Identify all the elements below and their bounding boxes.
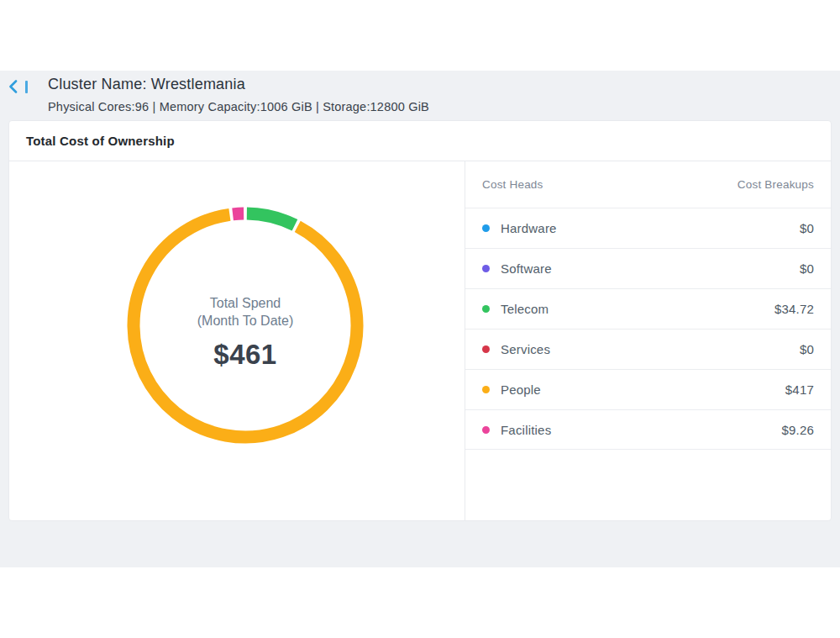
row-value: $417: [785, 382, 814, 397]
tco-card: Total Cost of Ownership Total Spend (Mon…: [8, 120, 832, 521]
total-spend-value: $461: [119, 339, 371, 371]
telecom-legend-dot: [482, 305, 490, 313]
row-value: $0: [800, 261, 814, 276]
table-row-telecom: Telecom $34.72: [465, 288, 831, 329]
row-label: Services: [501, 342, 550, 356]
donut-segment-telecom: [247, 214, 295, 225]
donut-center-label-2: (Month To Date): [119, 312, 371, 330]
cost-table: Cost Heads Cost Breakups Hardware $0 Sof…: [465, 161, 831, 520]
card-title: Total Cost of Ownership: [26, 134, 175, 148]
cost-table-header: Cost Heads Cost Breakups: [465, 161, 831, 208]
hardware-legend-dot: [482, 224, 490, 232]
donut-center-label-1: Total Spend: [119, 294, 371, 312]
chevron-left-icon[interactable]: [8, 80, 18, 93]
row-value: $0: [800, 221, 814, 235]
back-button[interactable]: [8, 80, 28, 93]
table-row-facilities: Facilities $9.26: [465, 409, 831, 450]
table-row-software: Software $0: [465, 248, 831, 288]
table-row-people: People $417: [465, 369, 831, 409]
cluster-specs: Physical Cores:96 | Memory Capacity:1006…: [48, 100, 429, 113]
facilities-legend-dot: [482, 426, 490, 434]
donut-chart-panel: Total Spend (Month To Date) $461: [9, 161, 465, 520]
row-label: Software: [501, 261, 552, 276]
app-background: Cluster Name: Wrestlemania Physical Core…: [0, 71, 840, 567]
row-label: Telecom: [501, 302, 549, 316]
back-divider-bar: [25, 81, 28, 93]
services-legend-dot: [482, 345, 490, 353]
donut-segment-facilities: [233, 214, 244, 214]
row-value: $0: [800, 342, 814, 356]
cluster-header: Cluster Name: Wrestlemania Physical Core…: [0, 71, 840, 120]
row-label: Facilities: [501, 423, 551, 437]
row-value: $34.72: [774, 302, 814, 316]
table-row-hardware: Hardware $0: [465, 208, 831, 248]
row-value: $9.26: [781, 423, 814, 437]
row-label: Hardware: [501, 221, 557, 235]
col-header-cost-breakups: Cost Breakups: [738, 178, 814, 191]
software-legend-dot: [482, 265, 490, 272]
row-label: People: [501, 382, 541, 397]
col-header-cost-heads: Cost Heads: [482, 178, 543, 191]
donut-center-text: Total Spend (Month To Date) $461: [119, 294, 371, 371]
people-legend-dot: [482, 386, 490, 393]
page-title: Cluster Name: Wrestlemania: [48, 76, 245, 93]
card-title-band: Total Cost of Ownership: [9, 121, 831, 161]
table-row-services: Services $0: [465, 329, 831, 369]
